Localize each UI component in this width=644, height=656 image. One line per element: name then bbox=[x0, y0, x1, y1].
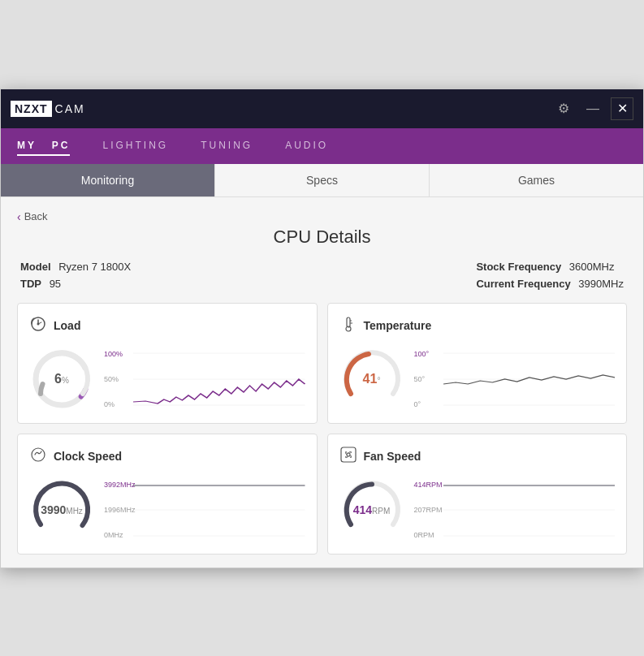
card-load: Load 6% bbox=[17, 303, 318, 424]
card-temperature: Temperature 41° bbox=[327, 303, 628, 424]
fan-label-mid: 207RPM bbox=[414, 506, 443, 514]
clock-chart: 3992MHz 1996MHz 0MHz bbox=[104, 477, 305, 542]
spec-current-freq-label: Current Frequency bbox=[476, 278, 570, 290]
clock-label-mid: 1996MHz bbox=[104, 506, 136, 514]
clock-chart-labels: 3992MHz 1996MHz 0MHz bbox=[104, 477, 136, 542]
svg-point-1 bbox=[37, 322, 40, 325]
nav-item-tuning[interactable]: TUNING bbox=[201, 136, 253, 156]
spec-stock-freq-label: Stock Frequency bbox=[476, 261, 561, 273]
card-load-header: Load bbox=[29, 315, 305, 337]
card-clock-title: Clock Speed bbox=[54, 450, 122, 463]
close-button[interactable]: ✕ bbox=[611, 97, 633, 120]
clock-gauge: 3990MHz bbox=[29, 477, 94, 542]
nav-item-my-pc[interactable]: MY PC bbox=[17, 136, 70, 156]
card-fan-title: Fan Speed bbox=[364, 450, 421, 463]
nav-item-lighting[interactable]: LIGHTING bbox=[102, 136, 168, 156]
back-arrow-icon: ‹ bbox=[17, 210, 21, 223]
titlebar-controls: ⚙ — ✕ bbox=[552, 97, 633, 120]
tab-games[interactable]: Games bbox=[430, 164, 643, 196]
card-clock-speed: Clock Speed 3990MHz bbox=[17, 434, 318, 555]
tab-monitoring[interactable]: Monitoring bbox=[1, 164, 215, 196]
cards-grid: Load 6% bbox=[17, 303, 627, 555]
load-label-100: 100% bbox=[104, 350, 123, 358]
settings-button[interactable]: ⚙ bbox=[552, 97, 575, 120]
spec-model-value: Ryzen 7 1800X bbox=[58, 261, 131, 273]
logo-cam: CAM bbox=[55, 102, 85, 115]
card-temp-body: 41° 100° 50° 0° bbox=[339, 347, 616, 412]
temp-chart: 100° 50° 0° bbox=[414, 347, 616, 412]
specs-left: Model Ryzen 7 1800X TDP 95 bbox=[20, 261, 131, 290]
app-logo: NZXT CAM bbox=[11, 101, 85, 117]
spec-model-label: Model bbox=[20, 261, 51, 273]
main-content: ‹ Back CPU Details Model Ryzen 7 1800X T… bbox=[1, 197, 643, 568]
titlebar: NZXT CAM ⚙ — ✕ bbox=[1, 89, 643, 128]
load-value: 6% bbox=[54, 372, 69, 386]
clock-label-max: 3992MHz bbox=[104, 481, 136, 489]
svg-point-14 bbox=[32, 448, 45, 461]
card-fan-speed: Fan Speed 414RPM bbox=[327, 434, 628, 555]
card-clock-header: Clock Speed bbox=[29, 446, 305, 468]
clock-chart-svg bbox=[133, 477, 305, 542]
temp-gauge: 41° bbox=[339, 347, 404, 412]
clock-value: 3990MHz bbox=[41, 503, 83, 516]
logo-nzxt: NZXT bbox=[11, 101, 52, 117]
spec-current-freq: Current Frequency 3990MHz bbox=[476, 278, 624, 290]
spec-stock-freq-value: 3600MHz bbox=[569, 261, 615, 273]
load-chart-labels: 100% 50% 0% bbox=[104, 347, 123, 412]
tabs-bar: Monitoring Specs Games bbox=[1, 164, 643, 197]
load-label-50: 50% bbox=[104, 375, 123, 383]
fan-gauge: 414RPM bbox=[339, 477, 404, 542]
fan-label-max: 414RPM bbox=[414, 481, 443, 489]
fan-chart-svg bbox=[443, 477, 616, 542]
clock-speed-icon bbox=[29, 446, 47, 468]
spec-model: Model Ryzen 7 1800X bbox=[20, 261, 131, 273]
specs-section: Model Ryzen 7 1800X TDP 95 Stock Frequen… bbox=[17, 261, 627, 290]
load-gauge: 6% bbox=[29, 347, 94, 412]
temp-chart-svg bbox=[443, 347, 616, 412]
temp-value: 41° bbox=[363, 372, 381, 386]
fan-label-0: 0RPM bbox=[414, 531, 443, 539]
load-chart-svg bbox=[133, 347, 305, 412]
card-fan-header: Fan Speed bbox=[339, 446, 616, 468]
minimize-button[interactable]: — bbox=[581, 97, 604, 120]
svg-rect-18 bbox=[341, 447, 356, 462]
card-temp-header: Temperature bbox=[339, 315, 616, 337]
temp-chart-labels: 100° 50° 0° bbox=[414, 347, 430, 412]
card-clock-body: 3990MHz 3992MHz 1996MHz 0MHz bbox=[29, 477, 305, 542]
card-load-title: Load bbox=[54, 319, 80, 332]
nav-item-audio[interactable]: AUDIO bbox=[285, 136, 328, 156]
spec-stock-freq: Stock Frequency 3600MHz bbox=[476, 261, 624, 273]
spec-tdp-label: TDP bbox=[20, 278, 41, 290]
tab-specs[interactable]: Specs bbox=[215, 164, 430, 196]
fan-speed-icon bbox=[339, 446, 357, 468]
specs-right: Stock Frequency 3600MHz Current Frequenc… bbox=[476, 261, 624, 290]
temp-label-50: 50° bbox=[414, 375, 430, 383]
page-title: CPU Details bbox=[17, 227, 627, 248]
card-fan-body: 414RPM 414RPM 207RPM 0RPM bbox=[339, 477, 616, 542]
card-temp-title: Temperature bbox=[364, 319, 432, 332]
back-button[interactable]: ‹ Back bbox=[17, 210, 48, 223]
clock-label-0: 0MHz bbox=[104, 531, 136, 539]
svg-rect-7 bbox=[347, 317, 350, 327]
fan-value: 414RPM bbox=[353, 503, 391, 516]
card-load-body: 6% 100% 50% 0% bbox=[29, 347, 305, 412]
temp-label-0: 0° bbox=[414, 400, 430, 408]
spec-tdp-value: 95 bbox=[50, 278, 61, 290]
back-label: Back bbox=[24, 210, 48, 222]
fan-chart: 414RPM 207RPM 0RPM bbox=[414, 477, 616, 542]
spec-current-freq-value: 3990MHz bbox=[578, 278, 624, 290]
navbar: MY PC LIGHTING TUNING AUDIO bbox=[1, 128, 643, 164]
temperature-icon bbox=[339, 315, 357, 337]
load-label-0: 0% bbox=[104, 400, 123, 408]
load-icon bbox=[29, 315, 47, 337]
spec-tdp: TDP 95 bbox=[20, 278, 131, 290]
temp-label-100: 100° bbox=[414, 350, 430, 358]
app-window: NZXT CAM ⚙ — ✕ MY PC LIGHTING TUNING AUD… bbox=[0, 88, 644, 568]
load-chart: 100% 50% 0% bbox=[104, 347, 305, 412]
fan-chart-labels: 414RPM 207RPM 0RPM bbox=[414, 477, 443, 542]
